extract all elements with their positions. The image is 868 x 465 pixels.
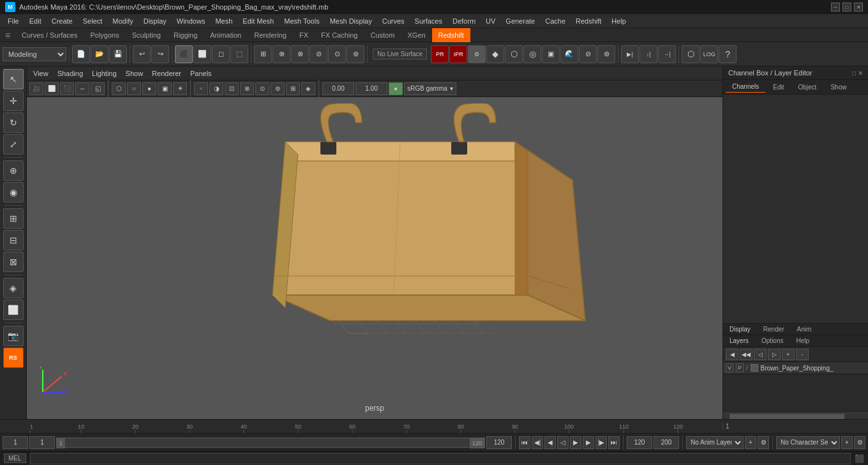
cb-tab-channels[interactable]: Channels [726,81,765,93]
rs-cache-button[interactable]: ↓| [640,45,657,63]
play-forward-button[interactable]: ▶ [570,436,581,449]
save-scene-button[interactable]: 💾 [109,45,127,63]
mel-button[interactable]: MEL [4,454,26,463]
character-set-dropdown[interactable]: No Character Set [776,436,840,449]
vp-menu-lighting[interactable]: Lighting [88,68,121,79]
jump-start-button[interactable]: ⏮ [519,436,530,449]
step-forward-button[interactable]: ▶ [583,436,594,449]
frame-range-slider[interactable]: 1 120 [56,438,485,448]
layer-prev-button[interactable]: ◁ [754,349,767,360]
vp-cam-button[interactable]: 🎥 [29,82,43,95]
rs-seq-button[interactable]: ▶| [621,45,639,63]
le-tab-anim[interactable]: Anim [791,324,818,335]
soft-select-button[interactable]: ◉ [3,182,24,202]
rs-bake-button[interactable]: →| [658,45,676,63]
le-tab-display[interactable]: Display [723,324,757,335]
snap-to-view-button[interactable]: ⊙ [328,45,346,63]
rs-log-button[interactable]: LOG [700,45,718,63]
command-input[interactable] [30,453,851,464]
vp-menu-show[interactable]: Show [122,68,147,79]
end-frame-input[interactable] [654,436,679,449]
menu-edit[interactable]: Edit [24,16,47,26]
hide-selected-button[interactable]: ⊟ [3,230,24,250]
vp-texture-button[interactable]: ▣ [158,82,172,95]
anim-layer-dropdown[interactable]: No Anim Layer [686,436,744,449]
rs-help-button[interactable]: ? [719,45,737,63]
le-subtab-layers[interactable]: Layers [723,335,755,346]
layer-next-button[interactable]: ▷ [768,349,781,360]
vp-xray-button[interactable]: ◈ [301,82,315,95]
rs-material-button[interactable]: ◆ [486,45,504,63]
rs-render-button[interactable]: PR [431,45,449,63]
tab-polygons[interactable]: Polygons [84,28,125,42]
minimize-button[interactable]: ─ [831,3,840,11]
le-subtab-options[interactable]: Options [755,335,789,346]
vp-menu-renderer[interactable]: Renderer [148,68,185,79]
rs-node-button[interactable]: ⬡ [682,45,700,63]
prev-key-button[interactable]: ◀| [532,436,543,449]
cb-tab-object[interactable]: Object [792,82,823,93]
rs-light-button[interactable]: ⬡ [505,45,523,63]
status-help-icon[interactable]: ⬛ [855,454,864,463]
menu-curves[interactable]: Curves [377,16,410,26]
vp-scale-input[interactable] [355,82,387,95]
rp-close-button[interactable]: ✕ [858,70,863,77]
menu-edit-mesh[interactable]: Edit Mesh [237,16,279,26]
le-subtab-help[interactable]: Help [789,335,816,346]
current-frame-input[interactable] [3,436,28,449]
move-tool-button[interactable]: ✛ [3,91,24,111]
isolate-select-button[interactable]: ◈ [3,278,24,298]
rotate-tool-button[interactable]: ↻ [3,112,24,133]
snap-to-point-button[interactable]: ⊗ [291,45,309,63]
vp-frame-all[interactable]: ⬜ [45,82,59,95]
lasso-select-button[interactable]: ⬜ [193,45,211,63]
tab-sculpting[interactable]: Sculpting [126,28,167,42]
universal-manip-button[interactable]: ⊕ [3,160,24,181]
rs-settings-button[interactable]: ⚙ [468,45,486,63]
layer-add-button[interactable]: + [782,349,795,360]
vp-wire-button[interactable]: ⬡ [112,82,126,95]
title-bar-controls[interactable]: ─ □ ✕ [831,3,863,11]
show-all-button[interactable]: ⊞ [3,208,24,229]
vp-light-button[interactable]: ☀ [173,82,187,95]
vp-aa-button[interactable]: ⊡ [225,82,239,95]
toolbar-hamburger[interactable]: ≡ [0,28,15,42]
range-start-thumb[interactable]: 1 [57,438,65,448]
menu-cache[interactable]: Cache [540,16,571,26]
vp-dof-button[interactable]: ⊗ [240,82,254,95]
menu-surfaces[interactable]: Surfaces [410,16,447,26]
scale-tool-button[interactable]: ⤢ [3,134,24,155]
open-scene-button[interactable]: 📂 [91,45,108,63]
select-all-button[interactable]: ⬚ [230,45,248,63]
paint-select-button[interactable]: ◻ [212,45,230,63]
select-mode-button[interactable]: ↖ [3,69,24,89]
rs-proxy-button[interactable]: ▣ [542,45,560,63]
rs-volume-button[interactable]: 🌊 [560,45,578,63]
layer-p-button[interactable]: P [736,363,744,372]
jump-end-button[interactable]: ⏭ [608,436,620,449]
rp-expand-button[interactable]: □ [852,70,856,77]
menu-modify[interactable]: Modify [107,16,138,26]
cb-tab-edit[interactable]: Edit [767,82,790,93]
menu-deform[interactable]: Deform [447,16,481,26]
vp-coord-input[interactable] [322,82,354,95]
menu-create[interactable]: Create [47,16,78,26]
maximize-button[interactable]: □ [842,3,851,11]
rs-scatter-button[interactable]: ⊘ [579,45,597,63]
tab-rigging[interactable]: Rigging [167,28,204,42]
viewport-canvas[interactable]: X Y Z persp [27,97,722,419]
menu-generate[interactable]: Generate [500,16,540,26]
le-tab-render[interactable]: Render [757,324,791,335]
snap-to-curve-button[interactable]: ⊕ [273,45,290,63]
layer-color-swatch[interactable] [751,364,758,372]
layer-del-button[interactable]: - [796,349,809,360]
vp-hud-button[interactable]: ⊚ [271,82,285,95]
menu-windows[interactable]: Windows [172,16,211,26]
tab-curves-surfaces[interactable]: Curves / Surfaces [15,28,84,42]
vp-smooth-button[interactable]: ○ [127,82,141,95]
layer-v-button[interactable]: V [726,363,733,372]
undo-button[interactable]: ↩ [133,45,151,63]
menu-select[interactable]: Select [78,16,108,26]
vp-persp-button[interactable]: ◱ [91,82,105,95]
layers-horizontal-scrollbar[interactable] [723,413,868,419]
